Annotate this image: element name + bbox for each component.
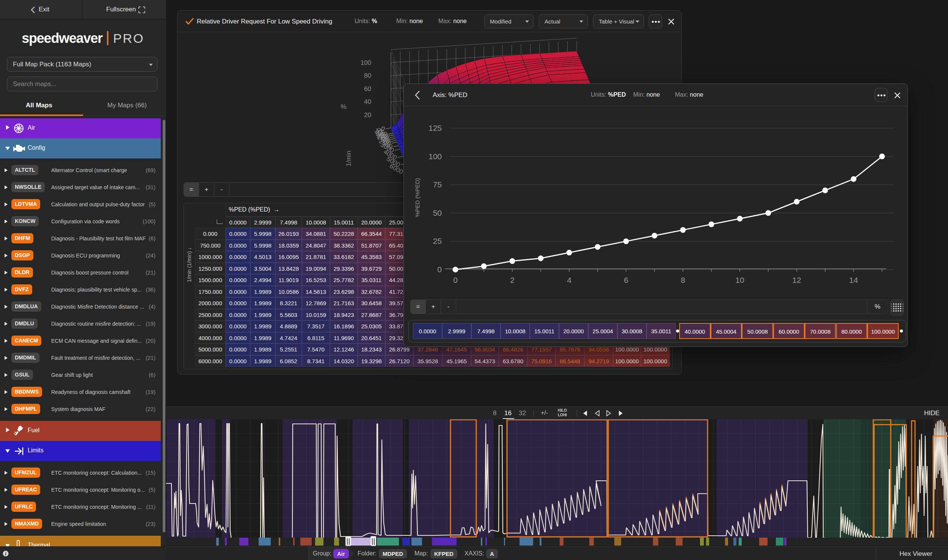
svg-text:10: 10 xyxy=(735,276,744,284)
svg-text:%: % xyxy=(341,103,346,110)
svg-text:50: 50 xyxy=(433,209,442,217)
svg-text:100: 100 xyxy=(428,152,442,161)
svg-text:12: 12 xyxy=(792,276,801,284)
svg-text:4: 4 xyxy=(567,276,571,284)
svg-text:14: 14 xyxy=(849,276,858,284)
svg-text:6: 6 xyxy=(624,276,628,284)
svg-text:125: 125 xyxy=(428,124,442,132)
svg-text:0: 0 xyxy=(437,265,442,274)
svg-text:25: 25 xyxy=(433,237,442,245)
svg-text:1/min (1/min) ↓: 1/min (1/min) ↓ xyxy=(186,247,192,282)
svg-text:60: 60 xyxy=(364,85,371,93)
svg-text:100: 100 xyxy=(361,59,371,66)
svg-text:8: 8 xyxy=(681,276,685,284)
svg-text:0: 0 xyxy=(453,276,458,284)
svg-text:75: 75 xyxy=(433,180,442,189)
svg-text:2: 2 xyxy=(510,276,515,284)
svg-text:%PED (%PED): %PED (%PED) xyxy=(414,178,421,217)
svg-text:40: 40 xyxy=(364,98,371,105)
svg-text:80: 80 xyxy=(364,72,371,79)
svg-text:20: 20 xyxy=(364,111,371,119)
svg-text:1/min: 1/min xyxy=(345,151,352,166)
